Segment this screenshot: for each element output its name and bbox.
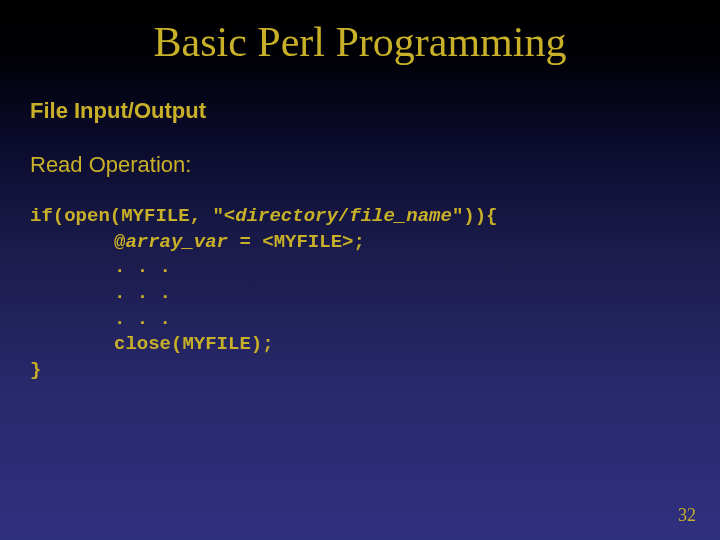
section-heading: File Input/Output: [30, 98, 720, 124]
code-block: if(open(MYFILE, "<directory/file_name"))…: [30, 204, 720, 383]
page-number: 32: [678, 505, 696, 526]
code-line-1: if(open(MYFILE, "<directory/file_name"))…: [30, 205, 498, 227]
slide: Basic Perl Programming File Input/Output…: [0, 0, 720, 540]
code-line-6: close(MYFILE);: [114, 332, 720, 358]
code-line-2: @array_var = <MYFILE>;: [114, 230, 720, 256]
subsection-heading: Read Operation:: [30, 152, 720, 178]
code-line-5: . . .: [114, 307, 720, 333]
code-line-7: }: [30, 359, 41, 381]
code-line-4: . . .: [114, 281, 720, 307]
code-line-3: . . .: [114, 255, 720, 281]
slide-title: Basic Perl Programming: [0, 0, 720, 66]
